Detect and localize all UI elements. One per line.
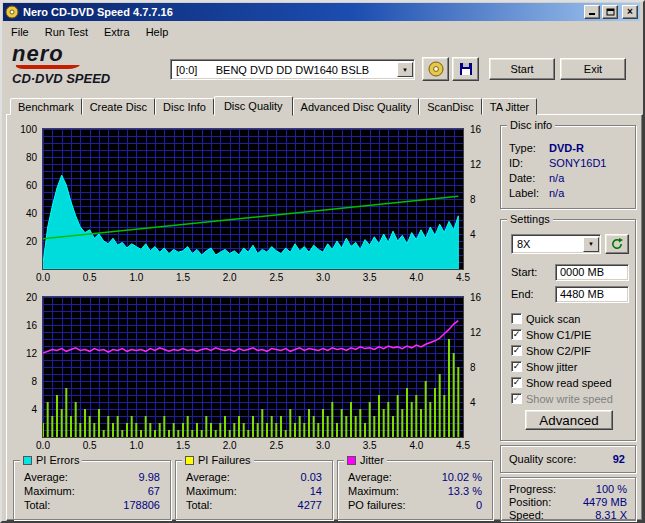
pi-failures-stats: PI FailuresAverage:0.03Maximum:14Total:4… — [175, 460, 333, 520]
axis-tick: 1.5 — [168, 272, 198, 283]
pi-errors-plot — [43, 129, 463, 269]
axis-tick: 2.5 — [261, 440, 291, 451]
axis-tick: 4.0 — [401, 272, 431, 283]
checkbox-box: ✓ — [511, 393, 522, 404]
axis-tick: 3.5 — [355, 272, 385, 283]
progress-value: 4479 MB — [583, 496, 627, 509]
checkbox-box[interactable]: ✓ — [511, 345, 522, 356]
menu-run-test[interactable]: Run Test — [37, 24, 96, 40]
speed-select[interactable]: 8X ▼ — [511, 234, 601, 254]
stat-value: 0.03 — [301, 471, 322, 484]
checkbox-label: Show jitter — [526, 361, 577, 373]
info-label: Type: — [509, 142, 549, 155]
stat-value: 10.02 % — [442, 471, 482, 484]
stat-label: Maximum: — [186, 485, 237, 498]
stat-row: Maximum:13.3 % — [348, 485, 482, 498]
info-label: Date: — [509, 172, 549, 185]
checkbox-box[interactable]: ✓ — [511, 377, 522, 388]
quality-score-box: Quality score: 92 — [500, 445, 636, 473]
app-window: Nero CD-DVD Speed 4.7.7.16 × FileRun Tes… — [0, 0, 645, 523]
axis-tick: 12 — [26, 348, 37, 359]
checkbox-show-write-speed: ✓Show write speed — [511, 392, 613, 405]
disc-info-group: Disc info Type:DVD-RID:SONY16D1Date:n/aL… — [500, 125, 636, 209]
advanced-button[interactable]: Advanced — [525, 410, 613, 430]
floppy-icon — [459, 62, 473, 76]
checkbox-show-c2-pif[interactable]: ✓Show C2/PIF — [511, 344, 591, 357]
stat-value: 67 — [148, 485, 160, 498]
quality-score-label: Quality score: — [509, 446, 576, 472]
checkbox-box[interactable] — [511, 313, 522, 324]
minimize-button[interactable] — [584, 5, 600, 19]
checkbox-box[interactable]: ✓ — [511, 361, 522, 372]
tab-advanced-disc-quality[interactable]: Advanced Disc Quality — [293, 98, 420, 115]
save-results-button[interactable] — [452, 57, 479, 81]
axis-tick: 100 — [20, 124, 37, 135]
axis-tick: 4 — [470, 397, 476, 408]
checkbox-label: Quick scan — [526, 313, 580, 325]
axis-tick: 40 — [26, 208, 37, 219]
checkbox-label: Show write speed — [526, 393, 613, 405]
pif-left-axis: 20161284 — [11, 297, 39, 437]
refresh-speeds-button[interactable] — [605, 234, 629, 254]
axis-tick: 12 — [470, 159, 481, 170]
stat-label: Total: — [186, 499, 212, 512]
axis-tick: 16 — [26, 320, 37, 331]
axis-tick: 1.0 — [121, 272, 151, 283]
tab-strip: BenchmarkCreate DiscDisc InfoDisc Qualit… — [10, 94, 537, 115]
menu-help[interactable]: Help — [138, 24, 177, 40]
close-button[interactable]: × — [622, 5, 638, 19]
nero-logo: nero CD·DVD SPEED — [12, 44, 164, 92]
axis-tick: 0.0 — [28, 440, 58, 451]
speed-select-value: 8X — [512, 238, 582, 250]
stat-label: Total: — [24, 499, 50, 512]
chevron-down-icon[interactable]: ▼ — [397, 62, 413, 77]
checkbox-label: Show read speed — [526, 377, 612, 389]
axis-tick: 8 — [470, 362, 476, 373]
axis-tick: 4.5 — [448, 440, 478, 451]
axis-tick: 2.0 — [215, 272, 245, 283]
stat-row: Average:10.02 % — [348, 471, 482, 484]
tab-scandisc[interactable]: ScanDisc — [419, 98, 481, 115]
tab-disc-info[interactable]: Disc Info — [155, 98, 214, 115]
progress-value: 100 % — [596, 483, 627, 496]
info-value: n/a — [549, 172, 564, 185]
checkbox-show-c1-pie[interactable]: ✓Show C1/PIE — [511, 328, 591, 341]
axis-tick: 60 — [26, 180, 37, 191]
stat-row: Total:4277 — [186, 499, 322, 512]
exit-button[interactable]: Exit — [560, 58, 626, 80]
stat-value: 9.98 — [139, 471, 160, 484]
checkbox-show-read-speed[interactable]: ✓Show read speed — [511, 376, 612, 389]
end-position-field[interactable]: 4480 MB — [555, 286, 629, 303]
stat-row: Maximum:67 — [24, 485, 160, 498]
legend-name: PI Errors — [36, 454, 79, 466]
maximize-button[interactable] — [602, 5, 618, 19]
checkbox-show-jitter[interactable]: ✓Show jitter — [511, 360, 577, 373]
stat-label: Average: — [348, 471, 392, 484]
info-row: Type:DVD-R — [509, 142, 629, 155]
axis-tick: 1.5 — [168, 440, 198, 451]
stat-value: 14 — [310, 485, 322, 498]
tab-benchmark[interactable]: Benchmark — [10, 98, 82, 115]
chevron-down-icon[interactable]: ▼ — [583, 237, 599, 252]
stat-value: 178806 — [123, 499, 160, 512]
checkbox-box[interactable]: ✓ — [511, 329, 522, 340]
eject-disc-button[interactable] — [422, 57, 449, 81]
axis-tick: 20 — [26, 292, 37, 303]
tab-ta-jitter[interactable]: TA Jitter — [482, 98, 538, 115]
checkbox-quick-scan[interactable]: Quick scan — [511, 312, 580, 325]
menu-extra[interactable]: Extra — [96, 24, 138, 40]
logo-wordmark: nero — [12, 44, 164, 64]
start-position-field[interactable]: 0000 MB — [555, 264, 629, 281]
axis-tick: 2.5 — [261, 272, 291, 283]
axis-tick: 3.0 — [308, 440, 338, 451]
titlebar[interactable]: Nero CD-DVD Speed 4.7.7.16 × — [3, 3, 640, 21]
info-value: SONY16D1 — [549, 157, 606, 170]
menu-bar: FileRun TestExtraHelp — [3, 22, 640, 41]
checkbox-label: Show C2/PIF — [526, 345, 591, 357]
drive-select[interactable]: [0:0] BENQ DVD DD DW1640 BSLB ▼ — [170, 59, 415, 80]
start-button[interactable]: Start — [489, 58, 555, 80]
menu-file[interactable]: File — [3, 24, 37, 40]
axis-tick: 16 — [470, 124, 481, 135]
tab-disc-quality[interactable]: Disc Quality — [214, 96, 293, 116]
tab-create-disc[interactable]: Create Disc — [82, 98, 155, 115]
